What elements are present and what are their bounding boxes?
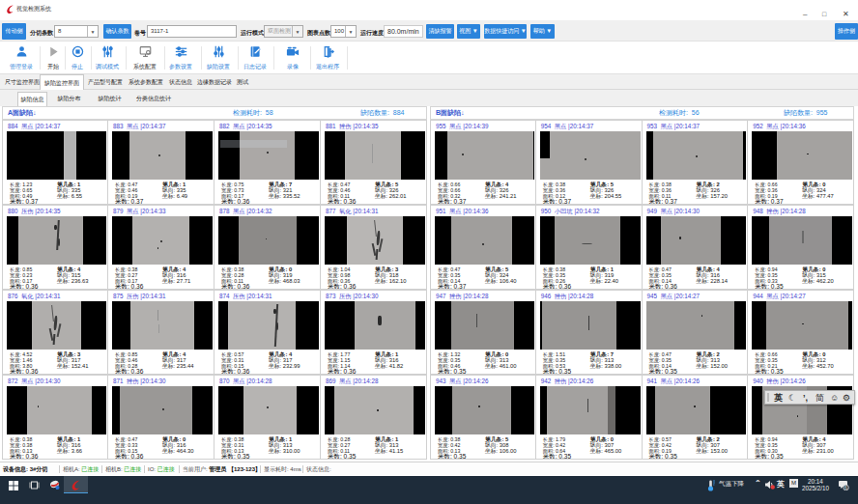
svg-text:6: 6	[844, 485, 847, 490]
